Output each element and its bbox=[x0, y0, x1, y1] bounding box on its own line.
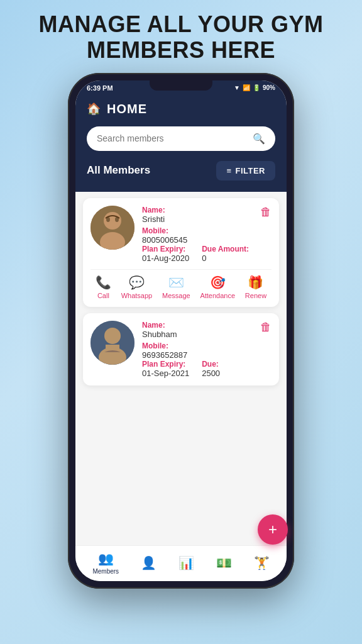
phone-screen: 6:39 PM ▼ 📶 🔋 90% 🏠 HOME 🔍 All Members bbox=[75, 80, 287, 581]
page-title: MANAGE ALL YOUR GYM MEMBERS HERE bbox=[20, 0, 343, 70]
bottom-nav-members[interactable]: 👥 Members bbox=[92, 551, 119, 575]
nav-title: HOME bbox=[107, 102, 147, 116]
member-mobile: 9693652887 bbox=[142, 350, 250, 360]
plan-expiry-label: Plan Expiry: bbox=[142, 245, 189, 253]
name-label: Name: bbox=[142, 206, 250, 214]
plan-expiry-label: Plan Expiry: bbox=[142, 360, 189, 369]
bottom-nav: 👥 Members 👤 📊 💵 🏋️ bbox=[75, 545, 287, 581]
main-content: Name: Srishti Mobile: 8005006545 Plan Ex… bbox=[75, 192, 287, 545]
message-icon: ✉️ bbox=[168, 275, 184, 290]
renew-icon: 🎁 bbox=[248, 275, 263, 290]
expiry-due-row: Plan Expiry: 01-Sep-2021 Due: 2500 bbox=[142, 360, 250, 378]
svg-point-1 bbox=[104, 212, 121, 230]
filter-row: All Members ≡ FILTER bbox=[75, 161, 287, 192]
bottom-nav-workout[interactable]: 🏋️ bbox=[254, 555, 270, 570]
top-nav: 🏠 HOME bbox=[75, 96, 287, 126]
bottom-nav-finance[interactable]: 💵 bbox=[216, 555, 232, 570]
fab-add-button[interactable]: + bbox=[258, 514, 287, 545]
member-details: Name: Srishti Mobile: 8005006545 Plan Ex… bbox=[142, 206, 250, 263]
avatar bbox=[90, 206, 134, 250]
phone-frame: 6:39 PM ▼ 📶 🔋 90% 🏠 HOME 🔍 All Members bbox=[68, 73, 294, 589]
whatsapp-icon: 💬 bbox=[129, 275, 145, 290]
expiry-col: Plan Expiry: 01-Aug-2020 bbox=[142, 245, 189, 263]
members-icon: 👥 bbox=[98, 551, 114, 566]
member-name: Srishti bbox=[142, 214, 250, 224]
member-info-row: Name: Shubham Mobile: 9693652887 Plan Ex… bbox=[90, 321, 272, 378]
message-button[interactable]: ✉️ Message bbox=[162, 275, 190, 299]
message-label: Message bbox=[162, 292, 190, 299]
due-col: Due: 2500 bbox=[202, 360, 220, 378]
expiry-col: Plan Expiry: 01-Sep-2021 bbox=[142, 360, 189, 378]
due-col: Due Amount: 0 bbox=[202, 245, 249, 263]
search-input[interactable] bbox=[97, 133, 248, 143]
status-time: 6:39 PM bbox=[87, 84, 113, 92]
filter-icon: ≡ bbox=[226, 166, 231, 175]
finance-icon: 💵 bbox=[216, 555, 232, 570]
renew-button[interactable]: 🎁 Renew bbox=[245, 275, 266, 299]
member-name: Shubham bbox=[142, 330, 250, 339]
avatar bbox=[90, 321, 134, 365]
filter-button[interactable]: ≡ FILTER bbox=[216, 161, 275, 180]
search-bar[interactable]: 🔍 bbox=[87, 126, 275, 151]
mobile-label: Mobile: bbox=[142, 226, 250, 235]
profile-icon: 👤 bbox=[141, 555, 156, 570]
due-amount: 0 bbox=[202, 253, 249, 263]
status-icons: ▼ 📶 🔋 90% bbox=[234, 84, 275, 91]
workout-icon: 🏋️ bbox=[254, 555, 270, 570]
name-label: Name: bbox=[142, 321, 250, 330]
member-info-row: Name: Srishti Mobile: 8005006545 Plan Ex… bbox=[90, 206, 272, 263]
plan-expiry: 01-Sep-2021 bbox=[142, 369, 189, 378]
phone-notch bbox=[150, 80, 212, 91]
attendance-icon: 🎯 bbox=[210, 275, 226, 290]
search-container: 🔍 bbox=[75, 126, 287, 161]
filter-label: FILTER bbox=[235, 166, 265, 175]
bottom-nav-profile[interactable]: 👤 bbox=[141, 555, 156, 570]
member-card: Name: Srishti Mobile: 8005006545 Plan Ex… bbox=[83, 198, 279, 307]
action-buttons: 📞 Call 💬 Whatsapp ✉️ Message 🎯 Attendanc… bbox=[90, 269, 272, 299]
due-amount: 2500 bbox=[202, 369, 220, 378]
member-mobile: 8005006545 bbox=[142, 235, 250, 245]
battery-level: 90% bbox=[263, 84, 275, 91]
battery-icon: 🔋 bbox=[253, 84, 260, 91]
analytics-icon: 📊 bbox=[178, 555, 194, 570]
due-amount-label: Due Amount: bbox=[202, 245, 249, 253]
members-nav-label: Members bbox=[92, 568, 119, 575]
call-icon: 📞 bbox=[96, 275, 111, 290]
member-card: Name: Shubham Mobile: 9693652887 Plan Ex… bbox=[83, 313, 279, 386]
all-members-label: All Members bbox=[87, 164, 150, 177]
member-details: Name: Shubham Mobile: 9693652887 Plan Ex… bbox=[142, 321, 250, 378]
delete-button[interactable]: 🗑 bbox=[260, 321, 272, 334]
call-button[interactable]: 📞 Call bbox=[96, 275, 111, 299]
wifi-icon: ▼ bbox=[234, 84, 240, 91]
expiry-due-row: Plan Expiry: 01-Aug-2020 Due Amount: 0 bbox=[142, 245, 250, 263]
mobile-label: Mobile: bbox=[142, 341, 250, 350]
renew-label: Renew bbox=[245, 292, 266, 299]
delete-button[interactable]: 🗑 bbox=[260, 206, 272, 219]
svg-point-6 bbox=[104, 328, 121, 344]
attendance-button[interactable]: 🎯 Attendance bbox=[200, 275, 235, 299]
whatsapp-button[interactable]: 💬 Whatsapp bbox=[121, 275, 153, 299]
bottom-nav-analytics[interactable]: 📊 bbox=[178, 555, 194, 570]
due-amount-label: Due: bbox=[202, 360, 220, 369]
call-label: Call bbox=[97, 292, 109, 299]
plan-expiry: 01-Aug-2020 bbox=[142, 253, 189, 263]
search-icon: 🔍 bbox=[253, 133, 265, 145]
attendance-label: Attendance bbox=[200, 292, 235, 299]
whatsapp-label: Whatsapp bbox=[121, 292, 153, 299]
home-icon: 🏠 bbox=[87, 102, 101, 116]
signal-bars: 📶 bbox=[243, 84, 250, 91]
